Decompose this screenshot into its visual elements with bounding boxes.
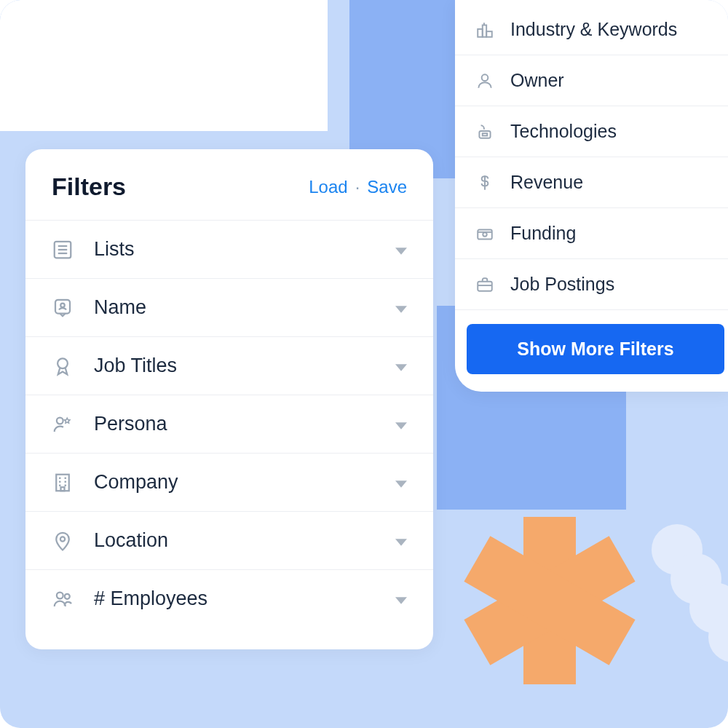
filter-label: Revenue [510, 172, 711, 193]
filter-label: Job Titles [94, 355, 395, 377]
filter-label: Job Postings [510, 274, 711, 295]
building-icon [52, 472, 74, 494]
people-icon [52, 588, 74, 610]
load-link[interactable]: Load [309, 177, 347, 197]
svg-point-17 [57, 592, 63, 598]
filter-item-name[interactable]: Name [25, 279, 433, 337]
svg-rect-21 [486, 31, 492, 37]
svg-point-28 [483, 232, 486, 236]
filter-label: Company [94, 471, 395, 494]
svg-rect-8 [56, 474, 69, 491]
filter-item-industry[interactable]: Industry & Keywords [455, 4, 728, 55]
filter-label: Name [94, 296, 395, 319]
chevron-down-icon [395, 245, 407, 254]
svg-point-7 [57, 417, 63, 424]
tech-icon [475, 122, 494, 141]
funding-icon [475, 224, 494, 243]
filters-actions: Load · Save [309, 177, 407, 197]
svg-point-23 [482, 74, 488, 81]
svg-rect-27 [478, 229, 492, 239]
filters-panel: Filters Load · Save Lists Name [25, 149, 433, 649]
filter-item-location[interactable]: Location [25, 512, 433, 570]
svg-rect-24 [479, 130, 490, 138]
filter-item-technologies[interactable]: Technologies [455, 106, 728, 157]
person-icon [475, 71, 494, 90]
svg-rect-25 [483, 133, 488, 135]
dollar-icon [475, 173, 494, 192]
filter-item-job-titles[interactable]: Job Titles [25, 337, 433, 395]
svg-rect-15 [61, 487, 65, 491]
chevron-down-icon [395, 304, 407, 312]
svg-point-5 [60, 303, 65, 307]
separator-dot: · [355, 177, 360, 197]
filter-label: # Employees [94, 587, 395, 610]
canvas: Filters Load · Save Lists Name [0, 0, 728, 728]
filter-item-job-postings[interactable]: Job Postings [455, 259, 728, 310]
show-more-filters-button[interactable]: Show More Filters [467, 324, 724, 374]
filter-label: Lists [94, 238, 395, 261]
person-star-icon [52, 414, 74, 435]
badge-icon [52, 297, 74, 319]
filter-label: Location [94, 529, 395, 552]
chevron-down-icon [395, 537, 407, 545]
briefcase-icon [475, 275, 494, 294]
chevron-down-icon [395, 595, 407, 604]
filter-label: Technologies [510, 121, 711, 142]
industry-icon [475, 20, 494, 39]
medal-icon [52, 355, 74, 377]
svg-point-16 [60, 537, 65, 541]
filters-header: Filters Load · Save [25, 149, 433, 221]
filter-label: Persona [94, 413, 395, 435]
filter-item-lists[interactable]: Lists [25, 221, 433, 279]
chevron-down-icon [395, 478, 407, 487]
filter-item-employees[interactable]: # Employees [25, 570, 433, 628]
decor-white-block [0, 0, 328, 131]
filter-item-persona[interactable]: Persona [25, 395, 433, 454]
filter-label: Industry & Keywords [510, 19, 711, 40]
more-filters-panel: Industry & Keywords Owner Technologies R… [455, 0, 728, 392]
filter-label: Funding [510, 223, 711, 244]
filter-item-company[interactable]: Company [25, 454, 433, 512]
filter-item-revenue[interactable]: Revenue [455, 157, 728, 208]
fade-overlay [467, 304, 724, 309]
list-icon [52, 239, 74, 261]
save-link[interactable]: Save [367, 177, 407, 197]
filter-label: Owner [510, 70, 711, 91]
svg-point-18 [65, 593, 70, 598]
chevron-down-icon [395, 420, 407, 429]
svg-point-6 [58, 358, 68, 368]
chevron-down-icon [395, 362, 407, 371]
decor-asterisk-icon [466, 517, 633, 684]
filter-item-owner[interactable]: Owner [455, 55, 728, 106]
pin-icon [52, 530, 74, 552]
svg-rect-30 [478, 281, 492, 290]
filters-title: Filters [52, 173, 126, 201]
filter-item-funding[interactable]: Funding [455, 208, 728, 259]
